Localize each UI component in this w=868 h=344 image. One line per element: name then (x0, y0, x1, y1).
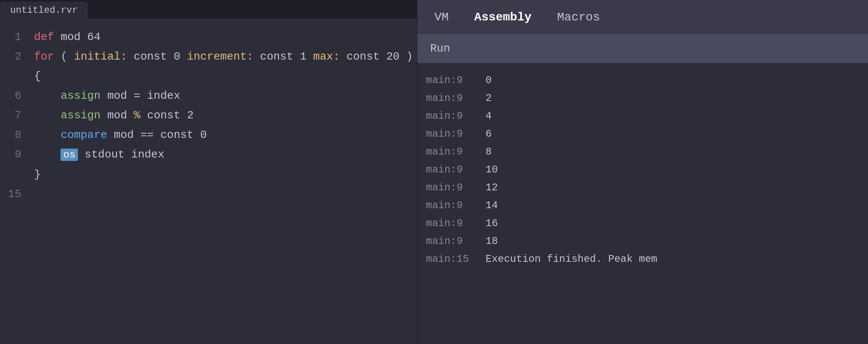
line-number-6: 6 (0, 86, 34, 106)
code-line-7: 7 assign mod % const 2 (0, 106, 417, 125)
output-value-7: 14 (486, 197, 498, 215)
right-panel: VM Assembly Macros Run main:9 0 main:9 2… (417, 0, 868, 344)
line-content-6: assign mod = index (34, 86, 180, 106)
line-number-7: 7 (0, 106, 34, 125)
code-line-brace-close: } (0, 165, 417, 184)
line-content-1: def mod 64 (34, 27, 101, 47)
code-line-6: 6 assign mod = index (0, 86, 417, 106)
output-value-1: 2 (486, 89, 491, 107)
keyword-for: for (34, 50, 54, 63)
line-content-2: for ( initial: const 0 increment: const … (34, 47, 413, 66)
output-location-5: main:9 (426, 161, 477, 179)
param-increment: increment: (187, 50, 253, 63)
keyword-compare: compare (60, 129, 107, 141)
output-line-5: main:9 10 (426, 161, 859, 179)
output-location-8: main:9 (426, 215, 477, 232)
editor-code: 1 def mod 64 2 for ( initial: const 0 in… (0, 19, 417, 344)
output-location-3: main:9 (426, 125, 477, 143)
keyword-def: def (34, 31, 54, 43)
line-number-2: 2 (0, 47, 34, 66)
output-line-2: main:9 4 (426, 107, 859, 125)
output-line-3: main:9 6 (426, 125, 859, 143)
output-location-6: main:9 (426, 179, 477, 197)
code-line-8: 8 compare mod == const 0 (0, 125, 417, 145)
output-value-4: 8 (486, 143, 491, 161)
output-line-4: main:9 8 (426, 143, 859, 161)
keyword-os: os (60, 149, 78, 161)
main-layout: untitled.rvr 1 def mod 64 2 for ( initia… (0, 0, 868, 344)
code-line-brace-open: { (0, 66, 417, 86)
keyword-assign-7: assign (60, 109, 101, 122)
output-line-10: main:15 Execution finished. Peak mem (426, 250, 859, 268)
code-line-9: 9 os stdout index (0, 145, 417, 165)
line-number-9: 9 (0, 145, 34, 164)
output-value-8: 16 (486, 215, 498, 232)
output-value-5: 10 (486, 161, 498, 179)
code-line-1: 1 def mod 64 (0, 27, 417, 47)
tab-vm[interactable]: VM (422, 6, 462, 28)
output-value-2: 4 (486, 107, 491, 125)
operator-mod: % (134, 109, 141, 122)
output-value-6: 12 (486, 179, 498, 197)
editor-tab-untitled[interactable]: untitled.rvr (0, 2, 88, 19)
output-location-10: main:15 (426, 250, 477, 268)
right-tabs: VM Assembly Macros (417, 0, 868, 34)
keyword-assign-6: assign (60, 89, 101, 102)
output-location-2: main:9 (426, 107, 477, 125)
output-line-1: main:9 2 (426, 89, 859, 107)
output-line-9: main:9 18 (426, 232, 859, 250)
line-number-1: 1 (0, 27, 34, 47)
output-line-6: main:9 12 (426, 179, 859, 197)
output-area: main:9 0 main:9 2 main:9 4 main:9 6 main… (417, 63, 868, 344)
output-location-9: main:9 (426, 232, 477, 250)
line-content-brace-close: } (34, 165, 41, 184)
output-location-0: main:9 (426, 72, 477, 89)
output-line-8: main:9 16 (426, 215, 859, 232)
editor-panel: untitled.rvr 1 def mod 64 2 for ( initia… (0, 0, 417, 344)
run-button[interactable]: Run (426, 40, 454, 57)
line-content-9: os stdout index (34, 145, 164, 165)
line-content-7: assign mod % const 2 (34, 106, 194, 125)
output-line-7: main:9 14 (426, 197, 859, 215)
code-line-2: 2 for ( initial: const 0 increment: cons… (0, 47, 417, 66)
output-location-4: main:9 (426, 143, 477, 161)
line-content-8: compare mod == const 0 (34, 125, 207, 145)
line-number-8: 8 (0, 125, 34, 145)
output-location-1: main:9 (426, 89, 477, 107)
tab-assembly[interactable]: Assembly (462, 6, 544, 28)
output-value-3: 6 (486, 125, 491, 143)
output-location-7: main:9 (426, 197, 477, 215)
line-content-brace-open: { (34, 66, 41, 86)
param-max: max: (313, 50, 339, 63)
output-message-10: Execution finished. Peak mem (486, 250, 657, 268)
output-line-0: main:9 0 (426, 72, 859, 89)
line-number-15: 15 (0, 184, 34, 204)
tab-macros[interactable]: Macros (544, 6, 613, 28)
right-toolbar: Run (417, 34, 868, 63)
editor-tabs: untitled.rvr (0, 0, 417, 19)
param-initial: initial: (74, 50, 127, 63)
output-value-9: 18 (486, 232, 498, 250)
code-line-15: 15 (0, 184, 417, 204)
output-value-0: 0 (486, 72, 491, 89)
